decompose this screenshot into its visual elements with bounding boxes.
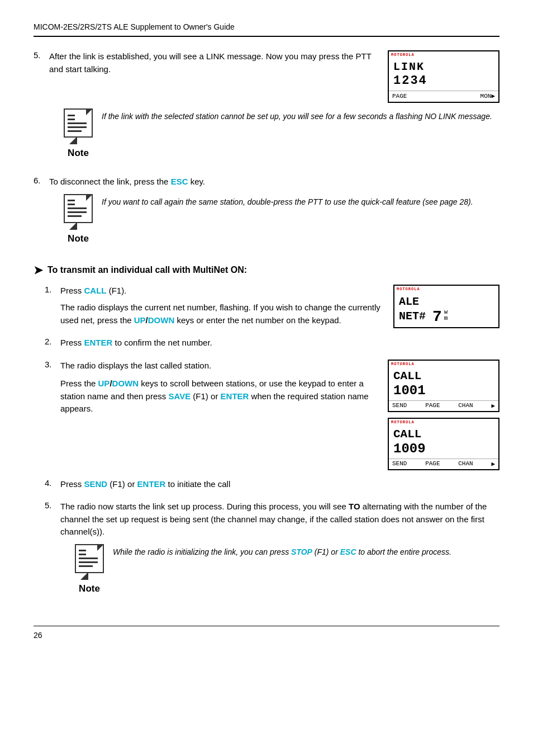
call-1001-sk3: CHAN: [458, 402, 473, 409]
doc6-line-2: [68, 204, 75, 205]
step-6: 6. To disconnect the link, press the ESC…: [34, 176, 499, 253]
mn-call-label: CALL: [84, 286, 107, 295]
note-5-label: Note: [68, 148, 89, 159]
doc6-line-4: [68, 211, 87, 213]
step-5-text: After the link is established, you will …: [49, 50, 379, 75]
section-arrow: ➤: [34, 263, 43, 277]
call-1009-softkeys: SEND PAGE CHAN ▶: [389, 459, 498, 469]
mn-down-3: DOWN: [112, 379, 139, 388]
step-6-text: To disconnect the link, press the ESC ke…: [49, 176, 499, 188]
note-5-text: If the link with the selected station ca…: [102, 108, 492, 122]
call-displays: MOTOROLA CALL 1001 SEND PAGE CHAN ▶: [388, 360, 499, 470]
doc-line-2: [68, 119, 75, 120]
mn-stop-label: STOP: [291, 547, 312, 556]
mn-step-3-main: The radio displays the last called stati…: [60, 360, 379, 372]
mn-save-3: SAVE: [168, 391, 191, 401]
mn-step-5-text: The radio now starts the link set up pro…: [60, 500, 499, 538]
link-sk1: PAGE: [392, 93, 407, 100]
mn-step-3-text-block: The radio displays the last called stati…: [60, 360, 379, 418]
mn-step-5-num: 5.: [45, 500, 60, 510]
note-6-text: If you want to call again the same stati…: [102, 194, 473, 208]
link-screen: LINK 1234: [389, 58, 498, 91]
mn-step-3-body: The radio displays the last called stati…: [60, 360, 499, 470]
doc6-line-3: [68, 207, 87, 209]
doc6-tail: [69, 222, 77, 230]
mn-step-1-body: Press CALL (F1). The radio displays the …: [60, 285, 499, 329]
mn-step-2-text: Press ENTER to confirm the net number.: [60, 337, 499, 349]
mn-up-3: UP: [98, 379, 110, 388]
multinet-step-4: 4. Press SEND (F1) or ENTER to initiate …: [45, 478, 499, 493]
motorola-brand: MOTOROLA: [389, 51, 498, 58]
call-1001-screen: CALL 1001: [389, 367, 498, 400]
step-5-body: After the link is established, you will …: [49, 50, 499, 168]
call-1009-line2: 1009: [393, 441, 494, 457]
docmn5-tail: [80, 572, 88, 580]
link-sk2: MON▶: [480, 92, 495, 100]
docmn5-line-5: [79, 565, 93, 567]
note-mn5-doc-icon: [75, 544, 104, 573]
multinet-step-1: 1. Press CALL (F1). The radio displays t…: [45, 285, 499, 329]
step-6-esc: ESC: [171, 177, 188, 186]
mn-step-2-num: 2.: [45, 337, 60, 346]
link-softkeys: PAGE MON▶: [389, 91, 498, 102]
mn-enter-4: ENTER: [137, 479, 166, 489]
mn-down-label: DOWN: [148, 315, 175, 325]
note-mn5-fold: [97, 545, 103, 551]
mn-step-5-body: The radio now starts the link set up pro…: [60, 500, 499, 603]
note-5-icon-container: Note: [64, 108, 93, 159]
doc6-line-1: [68, 200, 75, 201]
note-mn5-icon-container: Note: [75, 544, 104, 594]
docmn5-line-3: [79, 557, 98, 559]
mn-step-1-content: Press CALL (F1). The radio displays the …: [60, 285, 499, 329]
note-6-icon-container: Note: [64, 194, 93, 244]
note-mn5-label: Note: [79, 583, 100, 594]
note-5-box: Note If the link with the selected stati…: [64, 108, 499, 159]
step-6-number: 6.: [34, 176, 49, 185]
mn-step-4-body: Press SEND (F1) or ENTER to initiate the…: [60, 478, 499, 493]
page-number: 26: [34, 631, 42, 640]
note-mn5-box: Note While the radio is initializing the…: [75, 544, 499, 594]
call-1001-sk1: SEND: [392, 402, 407, 409]
multinet-header-text: To transmit an individual call with Mult…: [47, 265, 247, 275]
note-6-fold: [86, 195, 92, 201]
mn-step-1-sub: The radio displays the current net numbe…: [60, 301, 384, 327]
multinet-steps: 1. Press CALL (F1). The radio displays t…: [45, 285, 499, 603]
call-1009-sk3: CHAN: [458, 460, 473, 467]
ale-arrows: w m: [444, 309, 448, 322]
ale-screen: ALE NET# 7 w m: [394, 292, 498, 327]
doc6-line-5: [68, 215, 82, 217]
call-1001-line1: CALL: [393, 369, 494, 383]
doc-line-3: [68, 122, 87, 124]
note-6-doc-icon: [64, 194, 93, 223]
mn-step-1-text: Press CALL (F1).: [60, 285, 384, 297]
note-mn5-text: While the radio is initializing the link…: [113, 544, 451, 558]
doc-line-4: [68, 126, 87, 128]
mn-step-1-num: 1.: [45, 285, 60, 294]
ale-net-row: NET# 7 w m: [399, 309, 494, 325]
mn-step-3-sub: Press the UP/DOWN keys to scroll between…: [60, 377, 379, 415]
mn-step-4-num: 4.: [45, 478, 60, 488]
call-1001-softkeys: SEND PAGE CHAN ▶: [389, 400, 498, 411]
multinet-header: ➤ To transmit an individual call with Mu…: [34, 263, 499, 277]
call-1001-arrow: ▶: [491, 402, 495, 409]
call-1001-line2: 1001: [393, 383, 494, 399]
call-1009-arrow: ▶: [491, 460, 495, 467]
call-1009-sk1: SEND: [392, 460, 407, 467]
mn-send-4: SEND: [84, 479, 108, 489]
note-mn5: Note While the radio is initializing the…: [75, 544, 499, 594]
link-line1: LINK: [393, 60, 494, 74]
mn-esc-label: ESC: [340, 547, 356, 556]
doc-tail: [69, 136, 77, 144]
note-6-box: Note If you want to call again the same …: [64, 194, 499, 244]
note-fold: [86, 110, 92, 115]
note-6: Note If you want to call again the same …: [64, 194, 499, 244]
mn-enter-3: ENTER: [221, 391, 249, 401]
page-header: MICOM-2ES/2RS/2TS ALE Supplement to Owne…: [34, 22, 499, 37]
mn-up-label: UP: [134, 315, 146, 325]
mn-step-1-text-block: Press CALL (F1). The radio displays the …: [60, 285, 384, 329]
multinet-step-3: 3. The radio displays the last called st…: [45, 360, 499, 470]
call-1009-screen: CALL 1009: [389, 426, 498, 459]
mn-step-2-body: Press ENTER to confirm the net number.: [60, 337, 499, 352]
mn-step-3-num: 3.: [45, 360, 60, 369]
mn-enter-label-2: ENTER: [84, 338, 113, 347]
